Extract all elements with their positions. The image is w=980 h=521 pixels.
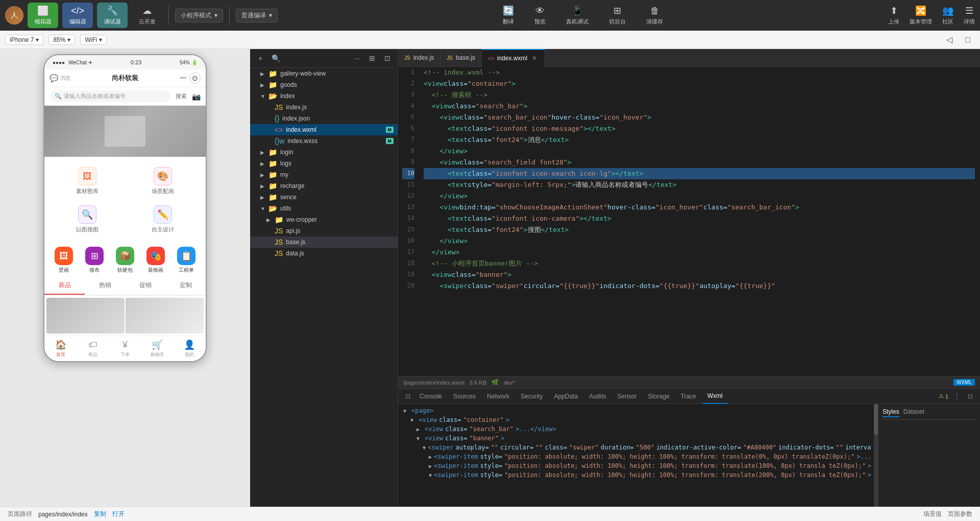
feature-scene[interactable]: 🎨 场景配画: [125, 162, 201, 200]
editor-tab-index-wxml[interactable]: <> index.wxml ✕: [482, 49, 545, 67]
real-debug-btn[interactable]: 📱 真机调试: [566, 5, 589, 26]
tree-item-logs[interactable]: ▶ 📁 logs: [250, 158, 398, 169]
debug-cursor-btn[interactable]: ⊡: [402, 391, 413, 402]
nav-goods[interactable]: 🏷 商品: [77, 336, 109, 361]
clear-btn[interactable]: 🗑 清缓存: [646, 6, 663, 26]
cut-btn[interactable]: ⊞ 切后台: [609, 5, 626, 26]
tree-item-my[interactable]: ▶ 📁 my: [250, 169, 398, 180]
product-item-1[interactable]: [46, 298, 125, 334]
tree-item-index-js[interactable]: JS index.js: [250, 102, 398, 113]
cloud-dev-btn[interactable]: ☁ 云开发: [132, 3, 162, 28]
go-back-btn[interactable]: ◁: [942, 33, 957, 47]
tree-item-gallery[interactable]: ▶ 📁 gallery-web-view: [250, 68, 398, 79]
device-selector[interactable]: iPhone 7 ▾: [5, 35, 43, 45]
phone-message-icon[interactable]: 💬 消息: [50, 74, 70, 82]
scene-value-btn[interactable]: 场景值: [923, 510, 942, 518]
tab-custom[interactable]: 定制: [165, 277, 206, 295]
category-decor[interactable]: 🎭 装饰画: [141, 247, 170, 274]
tree-item-api-js[interactable]: JS api.js: [250, 225, 398, 236]
user-avatar[interactable]: 人: [5, 6, 23, 25]
search-file-btn[interactable]: 🔍: [270, 52, 282, 64]
debug-dots-btn[interactable]: ⋮: [951, 391, 963, 402]
tree-item-index-wxss[interactable]: {}w index.wxss M: [250, 135, 398, 147]
tree-item-utils[interactable]: ▼ 📂 utils: [250, 203, 398, 214]
debug-scrollbar[interactable]: [874, 404, 878, 508]
tree-item-index-json[interactable]: {} index.json: [250, 113, 398, 124]
more-btn[interactable]: ☰ 详情: [964, 5, 975, 26]
debug-tree-container[interactable]: ▼ <view class="container">: [400, 415, 872, 424]
debug-tab-security[interactable]: Security: [516, 389, 548, 404]
debug-tab-console[interactable]: Console: [414, 389, 447, 404]
nav-profile[interactable]: 👤 我的: [174, 336, 206, 361]
editor-tab-index-js[interactable]: JS index.js: [398, 49, 440, 67]
editor-btn[interactable]: </> 编辑器: [62, 3, 93, 28]
debug-tree-swiper[interactable]: ▼ <swiper autoplay="" circular="" class=…: [400, 443, 872, 452]
upload-btn[interactable]: ⬆ 上传: [888, 5, 899, 26]
community-btn[interactable]: 👥 社区: [942, 5, 953, 26]
debug-tree-swiper-item-2[interactable]: ▶ <swiper-item style="position: absolute…: [400, 461, 872, 470]
category-soft-pack[interactable]: 📦 软硬包: [111, 247, 139, 274]
tree-item-data-js[interactable]: JS data.js: [250, 248, 398, 259]
editor-tab-base-js[interactable]: JS base.js: [440, 49, 482, 67]
simulator-btn[interactable]: ⬜ 模拟器: [28, 3, 58, 28]
feature-diy-design[interactable]: ✏️ 自主设计: [125, 200, 201, 239]
debug-tab-trace[interactable]: Trace: [676, 389, 701, 404]
compile-selector[interactable]: 普通编译 ▾: [236, 9, 278, 22]
nav-cart[interactable]: 🛒 购物车: [141, 336, 174, 361]
tab-hot[interactable]: 热销: [85, 277, 125, 295]
debug-tree-swiper-item-3[interactable]: ▼ <swiper-item style="position: absolute…: [400, 470, 872, 480]
nav-home[interactable]: 🏠 首页: [44, 336, 77, 361]
feature-image-search[interactable]: 🔍 以图搜图: [50, 200, 125, 239]
product-item-2[interactable]: [126, 298, 204, 334]
version-btn[interactable]: 🔀 版本管理: [910, 5, 932, 26]
debug-tab-wxml[interactable]: Wxml: [702, 389, 728, 404]
category-wallpaper[interactable]: ⊞ 墙布: [80, 247, 109, 274]
debug-popout-btn[interactable]: ⊡: [965, 391, 976, 402]
page-params-btn[interactable]: 页面参数: [948, 510, 972, 518]
phone-camera-btn[interactable]: 📷: [192, 92, 201, 101]
open-path-btn[interactable]: 打开: [112, 510, 125, 518]
tab-promo[interactable]: 促销: [125, 277, 165, 295]
debug-tab-network[interactable]: Network: [482, 389, 514, 404]
debug-tree-banner[interactable]: ▼ <view class="banner">: [400, 434, 872, 443]
debug-tab-audits[interactable]: Audits: [584, 389, 611, 404]
tree-item-login[interactable]: ▶ 📁 login: [250, 147, 398, 158]
debug-tab-sources[interactable]: Sources: [448, 389, 481, 404]
translate-btn[interactable]: 🔄 翻译: [503, 5, 514, 26]
file-more-btn[interactable]: ···: [351, 52, 363, 64]
copy-path-btn[interactable]: 复制: [94, 510, 106, 518]
debug-tree-page[interactable]: ▼ <page>: [400, 406, 872, 415]
category-mural[interactable]: 🖼 壁画: [50, 247, 78, 274]
network-selector[interactable]: WiFi ▾: [80, 35, 107, 45]
debug-tab-sensor[interactable]: Sensor: [612, 389, 642, 404]
mode-selector[interactable]: 小程序模式 ▾: [175, 9, 223, 22]
styles-tab[interactable]: Styles: [883, 408, 899, 417]
phone-more-options[interactable]: ••• ⊙: [180, 73, 201, 84]
debug-tab-appdata[interactable]: AppData: [549, 389, 583, 404]
tree-item-index-wxml[interactable]: <> index.wxml M: [250, 124, 398, 135]
tree-item-base-js[interactable]: JS base.js: [250, 236, 398, 248]
debug-tree-swiper-item-1[interactable]: ▶ <swiper-item style="position: absolute…: [400, 452, 872, 461]
new-file-btn[interactable]: +: [254, 52, 266, 64]
zoom-selector[interactable]: 85% ▾: [48, 35, 75, 45]
dataset-tab[interactable]: Dataset: [903, 408, 924, 417]
tree-item-goods[interactable]: ▶ 📁 goods: [250, 79, 398, 90]
tree-item-we-cropper[interactable]: ▶ 📁 we-cropper: [250, 214, 398, 225]
debug-tree-search-bar[interactable]: ▶ <view class="search_bar">...</view>: [400, 424, 872, 434]
tree-item-index[interactable]: ▼ 📂 index: [250, 90, 398, 102]
phone-search-btn[interactable]: 搜索: [176, 92, 187, 100]
category-project[interactable]: 📋 工程单: [172, 247, 201, 274]
phone-search-input[interactable]: 🔍 请输入商品名称或者编号: [50, 90, 170, 102]
preview-btn[interactable]: 👁 预览: [534, 6, 546, 26]
tree-item-sence[interactable]: ▶ 📁 sence: [250, 192, 398, 203]
debugger-btn[interactable]: 🔧 调试器: [97, 3, 128, 28]
feature-materials[interactable]: 🖼 素材图库: [50, 162, 125, 200]
go-forward-btn[interactable]: □: [961, 33, 975, 47]
editor-tab-close-btn[interactable]: ✕: [530, 54, 538, 62]
file-extra-btn[interactable]: ⊡: [381, 52, 394, 64]
file-layout-btn[interactable]: ⊞: [366, 52, 378, 64]
nav-order[interactable]: ¥ 下单: [109, 336, 141, 361]
debug-tab-storage[interactable]: Storage: [643, 389, 675, 404]
tab-new[interactable]: 新品: [44, 277, 85, 295]
tree-item-recharge[interactable]: ▶ 📁 recharge: [250, 180, 398, 192]
